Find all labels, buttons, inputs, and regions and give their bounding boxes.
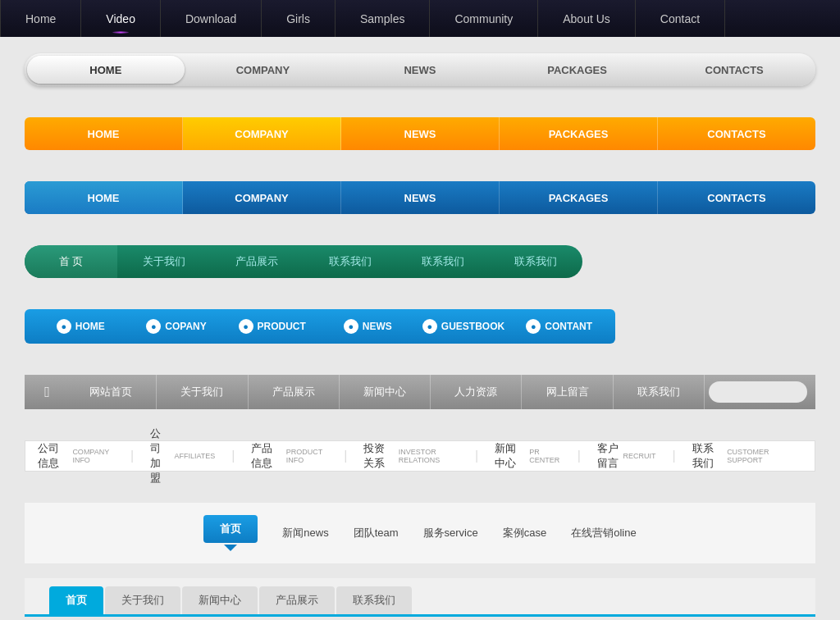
main-content: HOME COMPANY NEWS PACKAGES CONTACTS HOME… [0, 37, 840, 620]
nav2-home[interactable]: HOME [25, 117, 183, 150]
nav1-contacts[interactable]: CONTACTS [655, 56, 813, 84]
nav1-packages[interactable]: PACKAGES [499, 56, 656, 84]
nav2-contacts[interactable]: CONTACTS [658, 117, 815, 150]
nav8-active-home[interactable]: 首页 [203, 515, 258, 551]
nav-teal-chinese: 首 页 关于我们 产品展示 联系我们 联系我们 联系我们 [25, 245, 582, 278]
nav-orange: HOME COMPANY NEWS PACKAGES CONTACTS [25, 117, 815, 150]
nav9-home[interactable]: 首页 [49, 586, 103, 614]
nav-aboutus[interactable]: About Us [538, 0, 636, 37]
nav5-contant-icon: ● [526, 319, 541, 334]
nav4-contact2[interactable]: 联系我们 [396, 245, 489, 278]
nav8-case[interactable]: 案例case [503, 526, 546, 540]
nav4-home[interactable]: 首 页 [25, 245, 117, 278]
nav7-customer[interactable]: 客户留言 RECRUIT [597, 441, 656, 471]
nav-contact[interactable]: Contact [636, 0, 725, 37]
nav-section-9: 首页 关于我们 新闻中心 产品展示 联系我们 [25, 578, 815, 617]
nav6-products[interactable]: 产品展示 [249, 375, 340, 409]
nav1-home[interactable]: HOME [27, 56, 185, 84]
nav5-guestbook[interactable]: ● GUESTBOOK [416, 309, 512, 344]
nav5-home-icon: ● [57, 319, 71, 334]
nav2-news[interactable]: NEWS [341, 117, 500, 150]
nav5-copany-icon: ● [146, 319, 161, 334]
nav4-products[interactable]: 产品展示 [211, 245, 304, 278]
nav6-about[interactable]: 关于我们 [157, 375, 248, 409]
nav5-home[interactable]: ● HOME [33, 309, 129, 344]
nav3-home[interactable]: HOME [25, 181, 183, 214]
nav3-company[interactable]: COMPANY [183, 181, 341, 214]
nav7-affiliates[interactable]: 公司加盟 AFFILIATES [150, 426, 215, 486]
nav-download[interactable]: Download [161, 0, 262, 37]
nav5-copany[interactable]: ● COPANY [129, 309, 225, 344]
nav2-packages[interactable]: PACKAGES [500, 117, 658, 150]
nav4-contact3[interactable]: 联系我们 [490, 245, 582, 278]
nav5-product-icon: ● [239, 319, 253, 334]
nav4-about[interactable]: 关于我们 [117, 245, 210, 278]
nav-girls[interactable]: Girls [262, 0, 336, 37]
nav5-news-icon: ● [344, 319, 358, 334]
nav-video[interactable]: Video [81, 0, 161, 37]
nav-gray-apple:  网站首页 关于我们 产品展示 新闻中心 人力资源 网上留言 联系我们 [25, 375, 815, 409]
nav-section-1: HOME COMPANY NEWS PACKAGES CONTACTS [25, 53, 815, 86]
nav9-contact[interactable]: 联系我们 [336, 586, 412, 614]
top-navigation: Home Video Download Girls Samples Commun… [0, 0, 840, 37]
nav-section-7: 公司信息 COMPANY INFO | 公司加盟 AFFILIATES | 产品… [25, 440, 815, 472]
nav-section-5: ● HOME ● COPANY ● PRODUCT ● NEWS ● GUEST… [25, 309, 815, 344]
nav-tabs-cyan: 首页 关于我们 新闻中心 产品展示 联系我们 [49, 586, 815, 614]
nav7-contact[interactable]: 联系我们 CUSTOMER SUPPORT [692, 441, 786, 471]
nav2-company[interactable]: COMPANY [183, 117, 341, 150]
nav-home[interactable]: Home [0, 0, 81, 37]
nav-triangle: 首页 新闻news 团队team 服务service 案例case 在线营销ol… [203, 515, 636, 551]
nav9-about[interactable]: 关于我们 [105, 586, 180, 614]
nav6-home[interactable]: 网站首页 [66, 375, 157, 409]
nav-blue-icons: ● HOME ● COPANY ● PRODUCT ● NEWS ● GUEST… [25, 309, 615, 344]
nav-section-4: 首 页 关于我们 产品展示 联系我们 联系我们 联系我们 [25, 245, 815, 278]
nav-section-2: HOME COMPANY NEWS PACKAGES CONTACTS [25, 117, 815, 150]
nav-pill-white: HOME COMPANY NEWS PACKAGES CONTACTS [25, 53, 815, 86]
apple-icon:  [29, 384, 66, 401]
nav1-news[interactable]: NEWS [341, 56, 499, 84]
nav-blue: HOME COMPANY NEWS PACKAGES CONTACTS [25, 181, 815, 214]
nav1-company[interactable]: COMPANY [185, 56, 342, 84]
nav-section-6:  网站首页 关于我们 产品展示 新闻中心 人力资源 网上留言 联系我们 [25, 375, 815, 409]
nav9-news[interactable]: 新闻中心 [182, 586, 258, 614]
nav-community[interactable]: Community [430, 0, 538, 37]
nav7-investor[interactable]: 投资关系 INVESTOR RELATIONS [363, 441, 458, 471]
nav-section-8: 首页 新闻news 团队team 服务service 案例case 在线营销ol… [25, 503, 815, 563]
search-container [705, 381, 811, 403]
nav5-contant[interactable]: ● CONTANT [511, 309, 607, 344]
nav5-guestbook-icon: ● [422, 319, 437, 334]
nav5-product[interactable]: ● PRODUCT [224, 309, 320, 344]
nav7-pr-center[interactable]: 新闻中心 PR CENTER [495, 441, 561, 471]
nav6-guestbook[interactable]: 网上留言 [522, 375, 613, 409]
nav8-news[interactable]: 新闻news [282, 526, 328, 540]
nav9-products[interactable]: 产品展示 [259, 586, 335, 614]
nav6-hr[interactable]: 人力资源 [431, 375, 522, 409]
nav-section-3: HOME COMPANY NEWS PACKAGES CONTACTS [25, 181, 815, 214]
nav3-news[interactable]: NEWS [341, 181, 500, 214]
nav3-packages[interactable]: PACKAGES [500, 181, 658, 214]
nav8-team[interactable]: 团队team [354, 526, 399, 540]
nav7-company-info[interactable]: 公司信息 COMPANY INFO [38, 441, 114, 471]
nav4-contact1[interactable]: 联系我们 [304, 245, 396, 278]
nav6-news[interactable]: 新闻中心 [340, 375, 431, 409]
nav-samples[interactable]: Samples [336, 0, 430, 37]
nav6-contact[interactable]: 联系我们 [614, 375, 705, 409]
search-input[interactable] [709, 381, 807, 403]
nav-white-subtext: 公司信息 COMPANY INFO | 公司加盟 AFFILIATES | 产品… [25, 440, 815, 472]
nav8-service[interactable]: 服务service [423, 526, 478, 540]
nav3-contacts[interactable]: CONTACTS [658, 181, 815, 214]
nav8-online[interactable]: 在线营销oline [571, 526, 636, 540]
triangle-indicator [224, 545, 237, 551]
nav7-product-info[interactable]: 产品信息 PRODUCT INFO [251, 441, 327, 471]
nav5-news[interactable]: ● NEWS [320, 309, 416, 344]
